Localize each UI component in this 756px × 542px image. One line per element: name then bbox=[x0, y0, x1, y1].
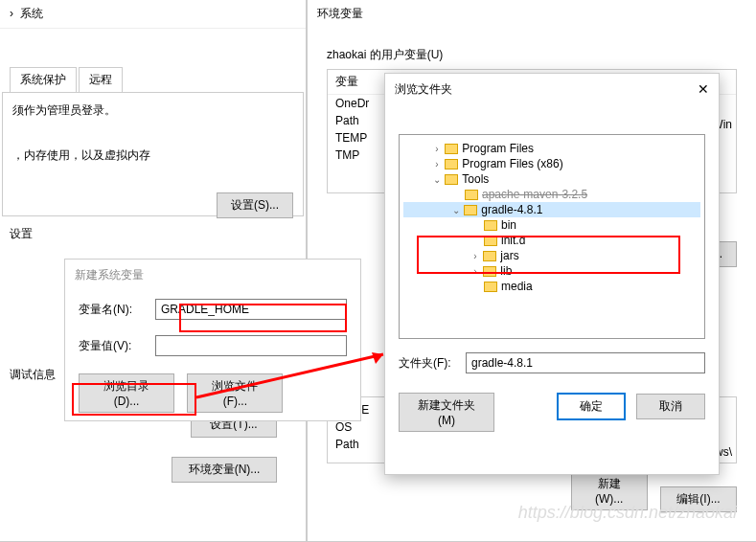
chevron-down-icon[interactable]: ⌄ bbox=[432, 174, 442, 185]
cancel-button[interactable]: 取消 bbox=[636, 394, 705, 419]
tab-remote[interactable]: 远程 bbox=[79, 67, 123, 92]
folder-icon bbox=[465, 190, 478, 200]
user-vars-header: zhaokai 的用户变量(U) bbox=[327, 47, 737, 63]
env-dialog-title: 环境变量 bbox=[308, 0, 756, 28]
browse-file-button[interactable]: 浏览文件(F)... bbox=[187, 373, 283, 413]
folder-icon bbox=[464, 205, 477, 215]
chevron-right-icon[interactable]: › bbox=[432, 144, 442, 154]
folder-icon bbox=[445, 144, 458, 154]
chevron-right-icon[interactable]: › bbox=[470, 266, 480, 277]
settings-s-button[interactable]: 设置(S)... bbox=[217, 192, 293, 218]
tree-item-program-files[interactable]: › Program Files bbox=[403, 141, 700, 156]
tree-item-gradle[interactable]: ⌄ gradle-4.8.1 bbox=[403, 202, 700, 217]
tree-item-tools[interactable]: ⌄ Tools bbox=[403, 171, 700, 187]
memory-note: ，内存使用，以及虚拟内存 bbox=[12, 147, 293, 164]
var-value-label: 变量值(V): bbox=[79, 338, 155, 354]
breadcrumb-sep: › bbox=[10, 7, 20, 20]
folder-field-label: 文件夹(F): bbox=[399, 355, 466, 372]
tree-item-lib[interactable]: › lib bbox=[403, 263, 700, 279]
watermark: https://blog.csdn.net/zhaokai bbox=[518, 503, 737, 523]
tab-system-protection[interactable]: 系统保护 bbox=[10, 67, 77, 92]
chevron-right-icon[interactable]: › bbox=[432, 159, 442, 169]
chevron-right-icon[interactable]: › bbox=[470, 251, 480, 261]
var-name-input[interactable] bbox=[155, 299, 347, 320]
var-value-input[interactable] bbox=[155, 335, 347, 356]
settings-label: 设置 bbox=[0, 216, 306, 252]
folder-icon bbox=[445, 159, 458, 169]
tree-item-program-files-x86[interactable]: › Program Files (x86) bbox=[403, 156, 700, 171]
folder-tree[interactable]: › Program Files › Program Files (x86) ⌄ … bbox=[399, 134, 705, 339]
env-var-button[interactable]: 环境变量(N)... bbox=[172, 457, 277, 483]
folder-icon bbox=[484, 282, 497, 292]
folder-icon bbox=[483, 266, 496, 277]
folder-icon bbox=[483, 251, 496, 261]
close-icon[interactable]: ✕ bbox=[698, 81, 709, 98]
new-var-title: 新建系统变量 bbox=[65, 260, 360, 291]
tree-item-jars[interactable]: › jars bbox=[403, 248, 700, 263]
folder-field-input[interactable] bbox=[466, 352, 705, 373]
folder-icon bbox=[484, 220, 497, 231]
ok-button[interactable]: 确定 bbox=[557, 393, 626, 420]
chevron-down-icon[interactable]: ⌄ bbox=[451, 205, 461, 215]
admin-note: 须作为管理员登录。 bbox=[12, 102, 293, 119]
tree-item-initd[interactable]: init.d bbox=[403, 233, 700, 248]
browse-folder-dialog: 浏览文件夹 ✕ › Program Files › Program Files … bbox=[384, 73, 720, 475]
folder-icon bbox=[484, 236, 497, 246]
breadcrumb: › 系统 bbox=[0, 0, 306, 29]
new-folder-button[interactable]: 新建文件夹(M) bbox=[399, 393, 494, 432]
folder-icon bbox=[445, 174, 458, 185]
system-protection-group: 须作为管理员登录。 ，内存使用，以及虚拟内存 设置(S)... bbox=[2, 92, 304, 216]
new-var-dialog: 新建系统变量 变量名(N): 变量值(V): 浏览目录(D)... 浏览文件(F… bbox=[64, 259, 361, 421]
browse-dir-button[interactable]: 浏览目录(D)... bbox=[79, 373, 174, 413]
browse-title: 浏览文件夹 bbox=[395, 81, 452, 98]
var-name-label: 变量名(N): bbox=[79, 302, 155, 318]
tree-item-media[interactable]: media bbox=[403, 279, 700, 294]
tree-item-bin[interactable]: bin bbox=[403, 217, 700, 233]
tree-item-maven[interactable]: apache-maven-3.2.5 bbox=[403, 187, 700, 202]
